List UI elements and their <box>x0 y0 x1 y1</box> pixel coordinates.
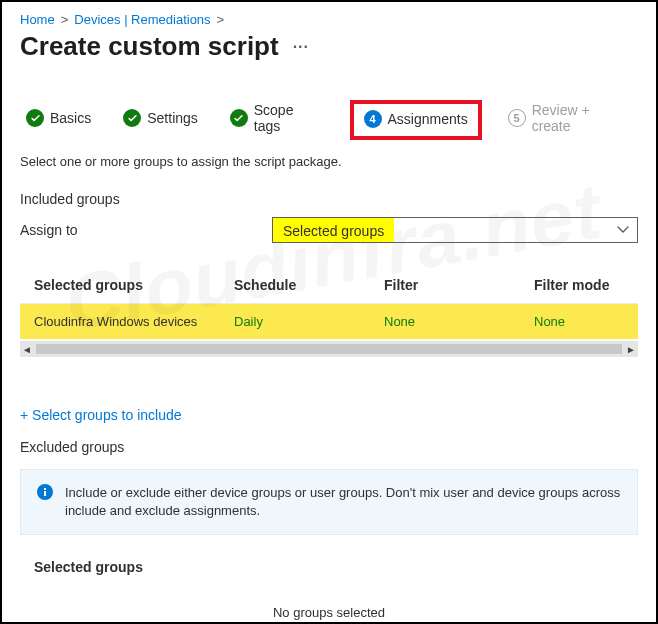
table-row[interactable]: Cloudinfra Windows devices Daily None No… <box>20 304 638 339</box>
chevron-down-icon <box>617 224 629 236</box>
page-title-text: Create custom script <box>20 31 279 62</box>
included-table-header: Selected groups Schedule Filter Filter m… <box>20 267 638 304</box>
breadcrumb-separator: > <box>217 12 225 27</box>
breadcrumb-separator: > <box>61 12 69 27</box>
check-icon <box>26 109 44 127</box>
breadcrumb: Home > Devices | Remediations > <box>20 12 638 27</box>
step-number-icon: 4 <box>364 110 382 128</box>
assign-to-dropdown[interactable]: Selected groups <box>272 217 638 243</box>
col-filter-mode: Filter mode <box>534 277 624 293</box>
more-actions-icon[interactable]: ··· <box>293 38 309 56</box>
page-title: Create custom script ··· <box>20 31 638 62</box>
included-groups-heading: Included groups <box>20 191 638 207</box>
cell-filter[interactable]: None <box>384 314 534 329</box>
step-number-icon: 5 <box>508 109 526 127</box>
step-label: Assignments <box>388 111 468 127</box>
cell-schedule[interactable]: Daily <box>234 314 384 329</box>
step-assignments[interactable]: 4 Assignments <box>350 100 482 140</box>
select-groups-to-include-link[interactable]: + Select groups to include <box>20 407 638 423</box>
step-settings[interactable]: Settings <box>117 103 204 137</box>
horizontal-scrollbar[interactable]: ◄ ► <box>20 341 638 357</box>
assign-to-row: Assign to Selected groups <box>20 217 638 243</box>
instruction-text: Select one or more groups to assign the … <box>20 154 638 169</box>
check-icon <box>123 109 141 127</box>
col-selected-groups: Selected groups <box>34 277 234 293</box>
svg-rect-1 <box>44 491 46 496</box>
assign-to-value: Selected groups <box>273 218 394 242</box>
scrollbar-thumb[interactable] <box>36 344 622 354</box>
svg-rect-2 <box>44 488 46 490</box>
breadcrumb-home[interactable]: Home <box>20 12 55 27</box>
check-icon <box>230 109 248 127</box>
breadcrumb-devices[interactable]: Devices | Remediations <box>74 12 210 27</box>
step-basics[interactable]: Basics <box>20 103 97 137</box>
cell-filter-mode[interactable]: None <box>534 314 624 329</box>
info-text: Include or exclude either device groups … <box>65 484 621 520</box>
step-label: Settings <box>147 110 198 126</box>
cell-group-name: Cloudinfra Windows devices <box>34 314 234 329</box>
assign-to-label: Assign to <box>20 222 272 238</box>
scroll-right-icon[interactable]: ► <box>626 344 636 355</box>
col-filter: Filter <box>384 277 534 293</box>
excluded-selected-groups-heading: Selected groups <box>20 559 638 575</box>
no-groups-selected-text: No groups selected <box>20 605 638 620</box>
step-label: Review + create <box>532 102 632 134</box>
step-review-create: 5 Review + create <box>502 96 638 144</box>
step-label: Scope tags <box>254 102 324 134</box>
col-schedule: Schedule <box>234 277 384 293</box>
info-message: Include or exclude either device groups … <box>20 469 638 535</box>
info-icon <box>37 484 53 500</box>
step-label: Basics <box>50 110 91 126</box>
step-scope-tags[interactable]: Scope tags <box>224 96 330 144</box>
wizard-steps: Basics Settings Scope tags 4 Assignments… <box>20 96 638 144</box>
excluded-groups-heading: Excluded groups <box>20 439 638 455</box>
scroll-left-icon[interactable]: ◄ <box>22 344 32 355</box>
